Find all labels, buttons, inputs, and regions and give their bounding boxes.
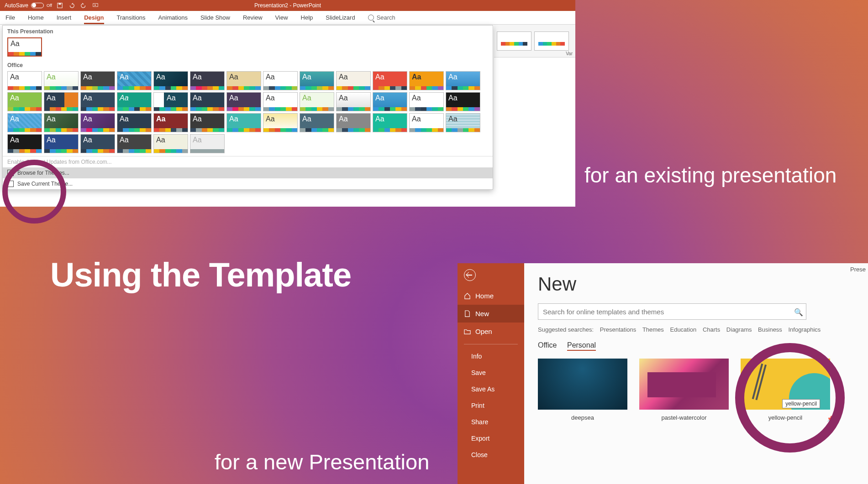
- theme-item[interactable]: Aa: [336, 113, 371, 132]
- theme-item[interactable]: Aa: [44, 113, 79, 132]
- search-icon[interactable]: 🔍: [794, 308, 801, 315]
- tab-slideshow[interactable]: Slide Show: [200, 14, 230, 21]
- filter-office[interactable]: Office: [538, 341, 557, 349]
- nav-open[interactable]: Open: [458, 323, 524, 340]
- nav-print[interactable]: Print: [458, 397, 524, 414]
- theme-item[interactable]: Aa: [190, 113, 225, 132]
- theme-item[interactable]: Aa: [336, 71, 371, 90]
- theme-item[interactable]: Aa: [44, 134, 79, 153]
- suggested-link[interactable]: Presentations: [600, 326, 637, 333]
- theme-item[interactable]: Aa: [190, 134, 225, 153]
- theme-item[interactable]: Aa: [373, 71, 407, 90]
- tab-slidelizard[interactable]: SlideLizard: [326, 14, 355, 21]
- nav-home[interactable]: Home: [458, 287, 524, 305]
- filter-personal[interactable]: Personal: [567, 341, 596, 351]
- theme-item[interactable]: Aa: [373, 92, 407, 111]
- browse-for-themes[interactable]: Browse for Themes...: [3, 167, 493, 178]
- tab-help[interactable]: Help: [301, 14, 313, 21]
- theme-item[interactable]: Aa: [226, 113, 261, 132]
- enable-content-updates: Enable Content Updates from Office.com..…: [3, 156, 493, 167]
- variant-1[interactable]: [497, 31, 531, 51]
- suggested-link[interactable]: Infographics: [788, 326, 821, 333]
- theme-item[interactable]: Aa: [80, 71, 115, 90]
- theme-item[interactable]: Aa: [190, 71, 225, 90]
- tab-view[interactable]: View: [275, 14, 288, 21]
- main-title: Using the Template: [50, 255, 351, 294]
- theme-item[interactable]: Aa: [409, 71, 444, 90]
- tab-transitions[interactable]: Transitions: [117, 14, 146, 21]
- variants-group: Var: [494, 25, 575, 57]
- theme-item[interactable]: Aa: [117, 71, 152, 90]
- theme-item[interactable]: Aa: [373, 113, 407, 132]
- caption-existing-presentation: for an existing presentation: [584, 162, 836, 189]
- theme-item[interactable]: Aa: [226, 71, 261, 90]
- tab-home[interactable]: Home: [28, 14, 44, 21]
- theme-item[interactable]: Aa: [153, 92, 188, 111]
- template-deepsea[interactable]: deepsea: [538, 359, 627, 421]
- tab-animations[interactable]: Animations: [158, 14, 188, 21]
- autosave-toggle[interactable]: [31, 3, 44, 8]
- template-thumbnail: [639, 359, 729, 410]
- theme-item[interactable]: Aa: [446, 113, 480, 132]
- theme-item[interactable]: Aa: [80, 92, 115, 111]
- nav-close[interactable]: Close: [458, 447, 524, 463]
- start-slideshow-icon[interactable]: [92, 2, 99, 9]
- theme-item[interactable]: Aa: [263, 113, 298, 132]
- tell-me-search[interactable]: Search: [368, 14, 395, 21]
- theme-item[interactable]: Aa: [153, 113, 188, 132]
- tab-insert[interactable]: Insert: [57, 14, 72, 21]
- theme-item[interactable]: Aa: [7, 134, 42, 153]
- section-office: Office: [3, 59, 493, 70]
- theme-item[interactable]: Aa: [190, 92, 225, 111]
- nav-new[interactable]: New: [458, 305, 524, 323]
- theme-item[interactable]: Aa: [263, 92, 298, 111]
- undo-icon[interactable]: [68, 2, 75, 9]
- theme-item[interactable]: Aa: [44, 92, 79, 111]
- theme-item[interactable]: Aa: [336, 92, 371, 111]
- theme-item[interactable]: Aa: [153, 134, 188, 153]
- theme-item[interactable]: Aa: [80, 113, 115, 132]
- nav-save[interactable]: Save: [458, 364, 524, 381]
- theme-item[interactable]: Aa: [409, 113, 444, 132]
- theme-item[interactable]: Aa: [117, 134, 152, 153]
- theme-item[interactable]: Aa: [80, 134, 115, 153]
- suggested-link[interactable]: Business: [758, 326, 782, 333]
- template-search[interactable]: 🔍: [538, 303, 806, 320]
- suggested-link[interactable]: Charts: [703, 326, 720, 333]
- theme-item[interactable]: Aa: [153, 71, 188, 90]
- theme-item[interactable]: Aa: [263, 71, 298, 90]
- theme-item[interactable]: Aa: [226, 92, 261, 111]
- nav-share[interactable]: Share: [458, 414, 524, 430]
- save-icon[interactable]: [57, 2, 63, 9]
- suggested-link[interactable]: Diagrams: [726, 326, 752, 333]
- theme-item[interactable]: Aa: [446, 92, 480, 111]
- theme-item[interactable]: Aa: [44, 71, 79, 90]
- template-search-input[interactable]: [543, 308, 794, 316]
- template-pastel-watercolor[interactable]: pastel-watercolor: [639, 359, 729, 421]
- save-current-theme[interactable]: Save Current Theme...: [3, 178, 493, 189]
- suggested-link[interactable]: Education: [670, 326, 696, 333]
- suggested-link[interactable]: Themes: [642, 326, 664, 333]
- theme-item[interactable]: Aa: [300, 71, 334, 90]
- theme-item[interactable]: Aa: [7, 92, 42, 111]
- back-button[interactable]: [458, 263, 524, 287]
- theme-item[interactable]: Aa: [300, 113, 334, 132]
- title-bar: AutoSave Off Presentation2 - PowerPoint: [0, 0, 575, 11]
- tab-file[interactable]: File: [5, 14, 15, 21]
- redo-icon[interactable]: [80, 2, 87, 9]
- theme-item[interactable]: Aa: [7, 113, 42, 132]
- theme-item[interactable]: Aa: [446, 71, 480, 90]
- tab-review[interactable]: Review: [243, 14, 263, 21]
- nav-saveas[interactable]: Save As: [458, 381, 524, 397]
- theme-item[interactable]: Aa: [300, 92, 334, 111]
- theme-item[interactable]: Aa: [117, 92, 152, 111]
- theme-current[interactable]: Aa: [7, 37, 42, 57]
- variant-2[interactable]: [534, 31, 569, 51]
- nav-info[interactable]: Info: [458, 348, 524, 364]
- autosave-state: Off: [47, 3, 52, 8]
- theme-item[interactable]: Aa: [117, 113, 152, 132]
- theme-item[interactable]: Aa: [409, 92, 444, 111]
- theme-item[interactable]: Aa: [7, 71, 42, 90]
- tab-design[interactable]: Design: [84, 14, 104, 24]
- nav-export[interactable]: Export: [458, 430, 524, 447]
